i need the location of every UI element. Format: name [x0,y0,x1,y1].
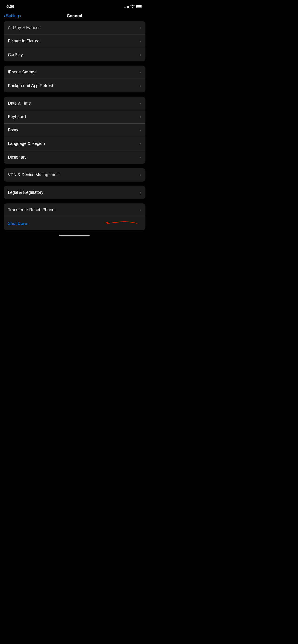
settings-row-fonts[interactable]: Fonts › [4,124,145,137]
back-button[interactable]: ‹ Settings [4,14,21,18]
fonts-label: Fonts [8,128,18,132]
airplay-label: AirPlay & Handoff [8,25,41,30]
settings-row-shut-down[interactable]: Shut Down [4,217,145,230]
status-time: 6:00 [7,4,14,9]
keyboard-chevron-icon: › [140,114,141,119]
iphone-storage-label: iPhone Storage [8,70,37,75]
language-region-chevron-icon: › [140,141,141,146]
language-region-label: Language & Region [8,141,45,146]
legal-regulatory-chevron-icon: › [140,190,141,195]
settings-row-background-app-refresh[interactable]: Background App Refresh › [4,79,145,92]
settings-row-legal-regulatory[interactable]: Legal & Regulatory › [4,186,145,199]
iphone-storage-chevron-icon: › [140,70,141,75]
settings-row-carplay[interactable]: CarPlay › [4,48,145,62]
picture-in-picture-chevron-icon: › [140,39,141,44]
shut-down-label: Shut Down [8,221,28,226]
settings-row-picture-in-picture[interactable]: Picture in Picture › [4,34,145,48]
settings-group-1: AirPlay & Handoff › Picture in Picture ›… [4,21,145,62]
picture-in-picture-label: Picture in Picture [8,39,40,44]
dictionary-chevron-icon: › [140,155,141,160]
fonts-chevron-icon: › [140,128,141,132]
settings-row-date-time[interactable]: Date & Time › [4,97,145,110]
vpn-device-management-label: VPN & Device Management [8,172,60,177]
settings-content: AirPlay & Handoff › Picture in Picture ›… [0,21,149,230]
settings-row-keyboard[interactable]: Keyboard › [4,110,145,124]
arrow-annotation [101,219,138,228]
settings-group-2: iPhone Storage › Background App Refresh … [4,66,145,92]
keyboard-label: Keyboard [8,114,26,119]
signal-icon [124,5,129,8]
settings-row-iphone-storage[interactable]: iPhone Storage › [4,66,145,79]
transfer-reset-label: Transfer or Reset iPhone [8,208,54,212]
vpn-device-management-chevron-icon: › [140,172,141,177]
svg-rect-1 [142,6,143,7]
carplay-chevron-icon: › [140,52,141,57]
svg-marker-3 [105,222,109,224]
nav-bar: ‹ Settings General [0,12,149,21]
status-icons [124,5,143,9]
back-chevron-icon: ‹ [4,14,5,18]
settings-row-vpn-device-management[interactable]: VPN & Device Management › [4,168,145,182]
back-label: Settings [6,14,21,18]
settings-row-language-region[interactable]: Language & Region › [4,137,145,150]
transfer-reset-chevron-icon: › [140,208,141,212]
legal-regulatory-label: Legal & Regulatory [8,190,43,195]
settings-group-4: VPN & Device Management › [4,168,145,182]
date-time-label: Date & Time [8,101,31,106]
home-indicator [59,235,90,236]
settings-row-airplay[interactable]: AirPlay & Handoff › [4,21,145,34]
dictionary-label: Dictionary [8,155,27,160]
background-app-refresh-label: Background App Refresh [8,84,54,88]
background-app-refresh-chevron-icon: › [140,84,141,88]
settings-group-3: Date & Time › Keyboard › Fonts › Languag… [4,97,145,164]
settings-row-transfer-reset[interactable]: Transfer or Reset iPhone › [4,203,145,217]
status-bar: 6:00 [0,0,149,12]
settings-group-5: Legal & Regulatory › [4,186,145,199]
svg-rect-2 [136,5,141,8]
page-title: General [67,14,82,18]
carplay-label: CarPlay [8,52,23,57]
settings-row-dictionary[interactable]: Dictionary › [4,150,145,164]
battery-icon [136,5,143,9]
date-time-chevron-icon: › [140,101,141,106]
settings-group-6: Transfer or Reset iPhone › Shut Down [4,203,145,230]
wifi-icon [130,5,135,9]
airplay-chevron-icon: › [140,25,141,30]
